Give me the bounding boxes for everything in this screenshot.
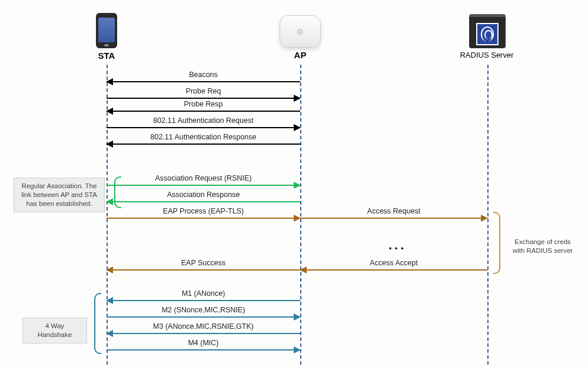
note-radius-exchange-text: Exchange of creds with RADIUS server	[513, 238, 573, 254]
radius-label: RADIUS Server	[457, 51, 516, 59]
msg-label-access-req: Access Request	[300, 207, 487, 215]
brace-radius-exchange	[493, 212, 500, 274]
access-point-icon	[280, 15, 321, 48]
msg-auth-req: 802.11 Authentication Request	[107, 127, 300, 128]
msg-label-m4: M4 (MIC)	[107, 339, 300, 347]
msg-label-assoc-req: Association Request (RSNIE)	[107, 174, 300, 182]
arrowhead-icon	[294, 313, 301, 321]
actor-sta: STA	[96, 13, 117, 61]
msg-label-eap-succ: EAP Success	[107, 259, 300, 267]
actor-radius: RADIUS Server	[469, 14, 506, 59]
msg-label-beacons: Beacons	[107, 71, 300, 79]
msg-assoc-req: Association Request (RSNIE)	[107, 185, 300, 186]
msg-m4: M4 (MIC)	[107, 349, 300, 351]
arrowhead-icon	[106, 297, 113, 304]
msg-label-assoc-resp: Association Response	[107, 191, 300, 199]
arrowhead-icon	[294, 124, 301, 131]
arrowhead-icon	[294, 346, 301, 353]
msg-m2: M2 (SNonce,MIC,RSNIE)	[107, 316, 300, 318]
arrowhead-icon	[106, 108, 113, 115]
note-handshake-text: 4 Way Handshake	[38, 322, 72, 338]
note-association-text: Regular Association. The link between AP…	[21, 182, 97, 207]
msg-eap-proc: EAP Process (EAP-TLS)	[107, 218, 300, 219]
msg-m1: M1 (ANonce)	[107, 300, 300, 301]
arrowhead-icon	[106, 78, 113, 85]
msg-assoc-resp: Association Response	[107, 201, 300, 202]
arrowhead-icon	[106, 141, 113, 148]
brace-handshake	[94, 293, 101, 354]
msg-m3: M3 (ANonce,MIC,RSNIE,GTK)	[107, 333, 300, 334]
msg-eap-succ: EAP Success	[107, 269, 300, 271]
ap-label: AP	[280, 50, 321, 60]
arrowhead-icon	[106, 266, 113, 273]
msg-label-m3: M3 (ANonce,MIC,RSNIE,GTK)	[107, 322, 300, 331]
msg-label-probe-resp: Probe Resp	[107, 100, 300, 108]
note-association: Regular Association. The link between AP…	[14, 178, 105, 212]
msg-label-access-acc: Access Accept	[300, 259, 487, 267]
actor-ap: AP	[280, 15, 321, 60]
msg-label-auth-resp: 802.11 Authentication Response	[107, 133, 300, 141]
msg-beacons: Beacons	[107, 81, 300, 82]
arrowhead-icon	[294, 182, 301, 189]
arrowhead-icon	[106, 198, 113, 205]
phone-icon	[96, 13, 117, 48]
msg-label-eap-proc: EAP Process (EAP-TLS)	[107, 207, 300, 215]
msg-label-auth-req: 802.11 Authentication Request	[107, 116, 300, 125]
arrowhead-icon	[106, 330, 113, 337]
arrowhead-icon	[300, 266, 307, 273]
msg-access-req: Access Request	[300, 218, 487, 219]
arrowhead-icon	[481, 215, 488, 222]
msg-probe-req: Probe Req	[107, 98, 300, 99]
sta-label: STA	[96, 51, 117, 61]
msg-probe-resp: Probe Resp	[107, 111, 300, 112]
msg-label-m2: M2 (SNonce,MIC,RSNIE)	[107, 306, 300, 314]
server-icon	[469, 14, 506, 48]
note-handshake: 4 Way Handshake	[22, 318, 87, 343]
msg-label-probe-req: Probe Req	[107, 87, 300, 95]
msg-auth-resp: 802.11 Authentication Response	[107, 144, 300, 145]
note-radius-exchange: Exchange of creds with RADIUS server	[504, 234, 582, 259]
msg-access-acc: Access Accept	[300, 269, 487, 271]
brace-association	[114, 176, 121, 208]
msg-label-m1: M1 (ANonce)	[107, 289, 300, 298]
ellipsis: ...	[388, 238, 406, 253]
